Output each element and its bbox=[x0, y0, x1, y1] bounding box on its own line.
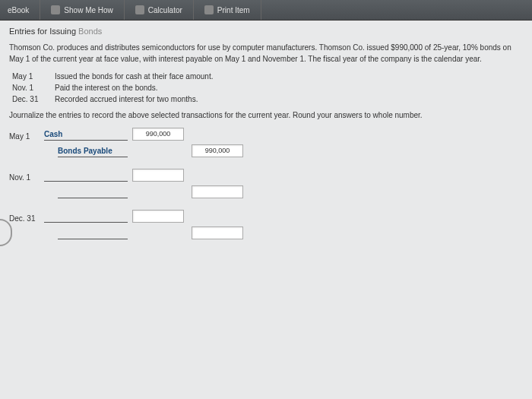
print-button[interactable]: Print Item bbox=[194, 0, 261, 20]
event-text: Issued the bonds for cash at their face … bbox=[55, 72, 213, 81]
debit-account-field[interactable]: . bbox=[44, 171, 128, 182]
credit-account-field[interactable]: . bbox=[58, 188, 128, 198]
entry-date: May 1 bbox=[9, 132, 40, 141]
print-icon bbox=[204, 5, 214, 14]
ebook-button[interactable]: eBook bbox=[0, 0, 40, 20]
event-text: Recorded accrued interest for two months… bbox=[55, 95, 198, 103]
event-date: May 1 bbox=[12, 72, 46, 81]
credit-amount-field[interactable]: 990,000 bbox=[192, 144, 243, 157]
entry-nov1: Nov. 1 . . . . bbox=[9, 166, 523, 198]
debit-amount-field[interactable]: 990,000 bbox=[132, 128, 184, 141]
print-label: Print Item bbox=[217, 6, 250, 14]
debit-account-field[interactable]: Cash bbox=[44, 130, 128, 141]
calc-label: Calculator bbox=[148, 6, 182, 14]
debit-account-field[interactable]: . bbox=[44, 212, 128, 223]
toolbar: eBook Show Me How Calculator Print Item bbox=[0, 0, 532, 21]
event-date: Dec. 31 bbox=[12, 95, 46, 103]
debit-amount-field[interactable]: . bbox=[132, 169, 184, 182]
video-icon bbox=[51, 5, 60, 14]
title-muted: Bonds bbox=[78, 27, 102, 36]
title-main: Entries for Issuing bbox=[9, 27, 76, 36]
show-me-how-button[interactable]: Show Me How bbox=[40, 0, 124, 20]
credit-amount-field[interactable]: . bbox=[192, 185, 243, 198]
entry-date: Nov. 1 bbox=[9, 173, 40, 182]
calculator-button[interactable]: Calculator bbox=[125, 0, 194, 20]
instructions: Journalize the entries to record the abo… bbox=[9, 111, 523, 119]
entry-date: Dec. 31 bbox=[9, 214, 40, 223]
show-label: Show Me How bbox=[64, 6, 112, 14]
journal-entries: May 1 Cash 990,000 Bonds Payable 990,000… bbox=[9, 125, 523, 239]
event-row: Dec. 31 Recorded accrued interest for tw… bbox=[12, 95, 523, 103]
problem-text: Thomson Co. produces and distributes sem… bbox=[9, 42, 523, 65]
content-area: Entries for Issuing Bonds Thomson Co. pr… bbox=[0, 21, 532, 255]
entry-may1: May 1 Cash 990,000 Bonds Payable 990,000 bbox=[9, 125, 523, 157]
event-text: Paid the interest on the bonds. bbox=[55, 84, 158, 92]
page-title: Entries for Issuing Bonds bbox=[9, 27, 523, 36]
credit-amount-field[interactable]: . bbox=[192, 226, 243, 239]
credit-account-field[interactable]: . bbox=[58, 229, 128, 239]
entry-dec31: Dec. 31 . . . . bbox=[9, 207, 523, 239]
event-row: Nov. 1 Paid the interest on the bonds. bbox=[12, 84, 523, 92]
event-row: May 1 Issued the bonds for cash at their… bbox=[12, 72, 523, 81]
debit-amount-field[interactable]: . bbox=[132, 210, 184, 223]
event-date: Nov. 1 bbox=[12, 84, 46, 92]
credit-account-field[interactable]: Bonds Payable bbox=[58, 147, 128, 157]
calculator-icon bbox=[135, 5, 144, 14]
ebook-label: eBook bbox=[8, 6, 29, 14]
event-list: May 1 Issued the bonds for cash at their… bbox=[12, 72, 523, 103]
